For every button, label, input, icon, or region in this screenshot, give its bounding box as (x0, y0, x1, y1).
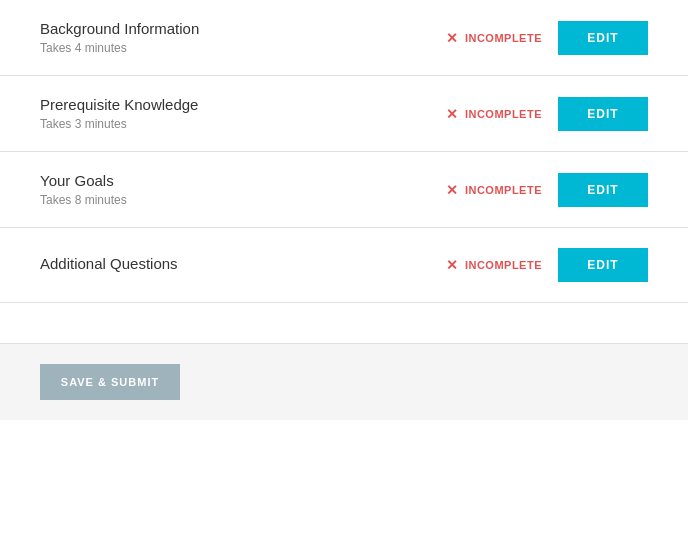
x-icon: ✕ (446, 183, 459, 197)
section-title: Your Goals (40, 172, 446, 189)
status-incomplete: ✕ INCOMPLETE (446, 183, 542, 197)
section-title: Background Information (40, 20, 446, 37)
status-label: INCOMPLETE (465, 32, 542, 44)
section-info: Background Information Takes 4 minutes (40, 20, 446, 55)
section-item: Your Goals Takes 8 minutes ✕ INCOMPLETE … (0, 152, 688, 228)
section-duration: Takes 3 minutes (40, 117, 446, 131)
save-submit-button[interactable]: SAVE & SUBMIT (40, 364, 180, 400)
x-icon: ✕ (446, 258, 459, 272)
sections-container: Background Information Takes 4 minutes ✕… (0, 0, 688, 303)
status-incomplete: ✕ INCOMPLETE (446, 31, 542, 45)
x-icon: ✕ (446, 31, 459, 45)
section-info: Additional Questions (40, 255, 446, 276)
section-item: Prerequisite Knowledge Takes 3 minutes ✕… (0, 76, 688, 152)
section-item: Additional Questions ✕ INCOMPLETE EDIT (0, 228, 688, 303)
section-duration: Takes 8 minutes (40, 193, 446, 207)
section-info: Prerequisite Knowledge Takes 3 minutes (40, 96, 446, 131)
footer: SAVE & SUBMIT (0, 343, 688, 420)
section-title: Additional Questions (40, 255, 446, 272)
section-title: Prerequisite Knowledge (40, 96, 446, 113)
edit-button[interactable]: EDIT (558, 21, 648, 55)
status-incomplete: ✕ INCOMPLETE (446, 258, 542, 272)
status-label: INCOMPLETE (465, 108, 542, 120)
section-info: Your Goals Takes 8 minutes (40, 172, 446, 207)
status-label: INCOMPLETE (465, 184, 542, 196)
edit-button[interactable]: EDIT (558, 173, 648, 207)
section-actions: ✕ INCOMPLETE EDIT (446, 21, 648, 55)
edit-button[interactable]: EDIT (558, 248, 648, 282)
status-label: INCOMPLETE (465, 259, 542, 271)
main-content: Background Information Takes 4 minutes ✕… (0, 0, 688, 420)
section-actions: ✕ INCOMPLETE EDIT (446, 97, 648, 131)
section-actions: ✕ INCOMPLETE EDIT (446, 173, 648, 207)
section-item: Background Information Takes 4 minutes ✕… (0, 0, 688, 76)
section-actions: ✕ INCOMPLETE EDIT (446, 248, 648, 282)
section-duration: Takes 4 minutes (40, 41, 446, 55)
status-incomplete: ✕ INCOMPLETE (446, 107, 542, 121)
edit-button[interactable]: EDIT (558, 97, 648, 131)
x-icon: ✕ (446, 107, 459, 121)
